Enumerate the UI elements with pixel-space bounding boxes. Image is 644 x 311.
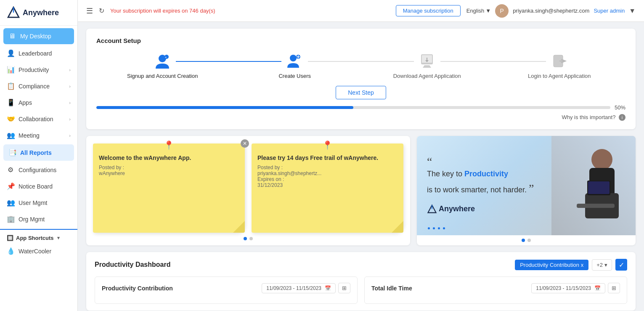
setup-step-signup: + Signup and Account Creation [96,52,229,79]
sidebar-label-productivity: Productivity [19,66,49,73]
setup-step-create-users: Create Users [229,52,361,79]
user-menu-chevron[interactable]: ▼ [629,7,636,15]
ad-image-area: “ The key to Productivity is to work sma… [417,136,636,235]
svg-point-17 [591,149,612,170]
manage-subscription-button[interactable]: Manage subscription [396,5,461,16]
progress-bar-bg [96,106,610,109]
sidebar-label-all-reports: All Reports [20,149,52,156]
ad-logo-icon [427,204,437,214]
calendar-icon-2: 📅 [594,285,601,291]
signup-step-label: Signup and Account Creation [127,73,198,79]
sidebar-item-user-mgmt[interactable]: 👥 User Mgmt [0,194,77,211]
account-setup-card: Account Setup + Signup and Account Creat… [86,29,636,129]
ad-card-dot-1[interactable] [522,239,525,242]
app-shortcuts-section[interactable]: 🔲 App Shortcuts ▾ [0,231,77,243]
language-selector[interactable]: English ▼ [466,8,491,14]
sidebar-item-configurations[interactable]: ⚙ Configurations [0,162,77,178]
sidebar-label-meeting: Meeting [19,132,40,139]
sidebar-label-compliance: Compliance [19,83,50,90]
export-btn-2[interactable]: ⊞ [608,283,620,293]
ad-quote-text: The key to Productivity is to work smart… [427,168,534,197]
chevron-right-icon: › [69,100,71,105]
info-icon: i [619,114,625,121]
note-1-posted-by: wAnywhere [99,170,239,176]
chevron-right-icon: › [69,67,71,72]
filter-check-button[interactable]: ✓ [615,259,627,271]
app-shortcuts-chevron: ▾ [57,235,60,241]
sidebar-item-collaboration[interactable]: 🤝 Collaboration › [0,111,77,127]
next-step-button[interactable]: Next Step [336,86,386,99]
export-btn-1[interactable]: ⊞ [338,283,350,293]
ad-card: “ The key to Productivity is to work sma… [417,136,636,245]
ad-dot-4 [443,227,445,229]
sidebar-item-org-mgmt[interactable]: 🏢 Org Mgmt [0,211,77,227]
notice-card: 📍 ✕ Welcome to the wAnywhere App. Posted… [86,136,410,245]
refresh-icon[interactable]: ↻ [99,7,104,15]
content-area: Account Setup + Signup and Account Creat… [78,22,644,311]
note-2-meta: Posted by : priyanka.singh@shephertz... … [257,165,398,188]
notice-dot-1[interactable] [244,237,247,240]
chevron-right-icon: › [69,133,71,138]
sidebar-item-meeting[interactable]: 👥 Meeting › [0,127,77,144]
close-note-1-button[interactable]: ✕ [241,139,249,148]
meeting-icon: 👥 [7,131,14,139]
sidebar-label-apps: Apps [19,99,32,106]
note-1-meta: Posted by : wAnywhere [99,165,239,176]
ad-card-dot-2[interactable] [527,239,531,242]
productivity-section: Productivity Dashboard Productivity Cont… [86,252,636,311]
date-range-1[interactable]: 11/09/2023 - 11/15/2023 📅 [262,283,336,293]
leaderboard-icon: 👤 [7,49,14,57]
notice-board-icon: 📌 [7,182,14,190]
why-important-link[interactable]: Why is this important? i [96,114,625,121]
widget-header-1: Productivity Contribution 11/09/2023 - 1… [102,283,350,293]
note-2-title: Please try 14 days Free trail of wAnywhe… [257,154,398,161]
sidebar-label-notice-board: Notice Board [19,183,53,190]
create-users-step-label: Create Users [278,73,311,79]
notice-dots [93,237,403,240]
sidebar-item-leaderboard[interactable]: 👤 Leaderboard [0,45,77,61]
sidebar-item-apps[interactable]: 📱 Apps › [0,94,77,111]
pin-icon-1: 📍 [164,140,174,150]
note-2-posted-by-label: Posted by : [257,165,398,170]
sidebar-label-user-mgmt: User Mgmt [19,199,47,206]
topbar: ☰ ↻ Your subscription will expires on 74… [78,0,644,22]
productivity-dashboard-title: Productivity Dashboard [95,261,170,268]
subscription-text: Your subscription will expires on 746 da… [110,8,390,14]
sidebar-item-all-reports[interactable]: 📑 All Reports [3,144,74,161]
sidebar-label-leaderboard: Leaderboard [19,50,52,57]
cards-row: 📍 ✕ Welcome to the wAnywhere App. Posted… [86,136,636,245]
sidebar-item-watercooler[interactable]: 💧 WaterCooler [0,243,77,259]
create-users-step-icon [286,52,304,70]
calendar-icon-1: 📅 [325,285,331,291]
productivity-filter-badge: Productivity Contribution x [515,260,588,270]
export-icon-1: ⊞ [342,285,347,291]
sidebar-item-my-desktop[interactable]: 🖥 My Desktop [3,28,74,44]
login-agent-step-icon [550,52,569,70]
app-shortcuts-icon: 🔲 [7,235,13,241]
notice-notes-container: 📍 ✕ Welcome to the wAnywhere App. Posted… [93,144,403,233]
menu-icon[interactable]: ☰ [86,6,93,16]
svg-text:+: + [165,56,167,59]
filter-chevron-icon: ▾ [604,262,607,268]
sidebar-item-compliance[interactable]: 📋 Compliance › [0,78,77,94]
ad-open-quote: “ [427,157,534,166]
sidebar-nav: 🖥 My Desktop 👤 Leaderboard 📊 Productivit… [0,26,77,311]
apps-icon: 📱 [7,98,14,106]
pin-icon-2: 📍 [322,140,333,150]
total-idle-time-widget: Total Idle Time 11/09/2023 - 11/15/2023 … [364,276,627,304]
export-icon-2: ⊞ [612,285,616,291]
filter-plus-button[interactable]: +2 ▾ [592,259,612,271]
progress-percentage: 50% [615,104,625,111]
date-range-2[interactable]: 11/09/2023 - 11/15/2023 📅 [531,283,605,293]
ad-person-area [551,136,636,235]
logo[interactable]: Anywhere [0,0,77,26]
widget-title-2: Total Idle Time [371,285,412,292]
sidebar-item-productivity[interactable]: 📊 Productivity › [0,61,77,78]
ad-dot-1 [428,227,430,229]
sidebar-item-notice-board[interactable]: 📌 Notice Board [0,178,77,194]
login-agent-step-label: Login to Agent Application [528,73,591,79]
collaboration-icon: 🤝 [7,115,14,123]
desktop-icon: 🖥 [8,32,16,40]
setup-step-login-agent: Login to Agent Application [493,52,626,79]
notice-dot-2[interactable] [249,237,253,240]
